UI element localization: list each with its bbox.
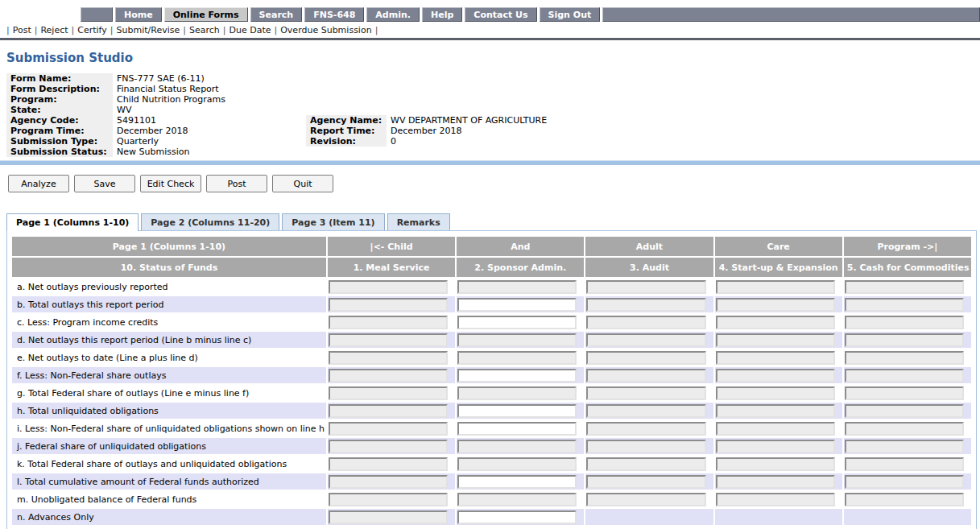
menu-item-search[interactable]: Search xyxy=(189,25,220,35)
menu-separator: | xyxy=(35,25,38,35)
cell-d1 xyxy=(328,332,455,348)
nav-item-search[interactable]: Search xyxy=(250,7,303,22)
cell-k2 xyxy=(457,456,584,472)
table-row-f: f. Less: Non-Federal share outlays xyxy=(12,367,971,383)
menu-item-overdue-submission[interactable]: Overdue Submission xyxy=(280,25,371,35)
header-cell-0-4: Care xyxy=(715,237,842,256)
cell-h2 xyxy=(457,403,584,419)
menu-item-due-date[interactable]: Due Date xyxy=(229,25,271,35)
input-j5 xyxy=(845,440,964,453)
cell-l2 xyxy=(457,473,584,490)
menu-separator: | xyxy=(183,25,186,35)
menu-item-post[interactable]: Post xyxy=(13,25,31,35)
input-f2[interactable] xyxy=(457,369,577,382)
table-row-k: k. Total Federal share of outlays and un… xyxy=(12,456,971,472)
info-row: Submission Status:New Submission xyxy=(6,147,551,157)
cell-k5 xyxy=(844,456,971,472)
cell-n2 xyxy=(457,509,584,525)
input-h1 xyxy=(329,404,448,418)
nav-item-admin[interactable]: Admin. xyxy=(366,7,420,22)
quit-button[interactable]: Quit xyxy=(272,175,333,192)
input-n2[interactable] xyxy=(457,510,577,524)
info-label xyxy=(306,147,387,157)
input-i2[interactable] xyxy=(457,422,577,436)
nav-item-online-forms[interactable]: Online Forms xyxy=(164,7,248,22)
cell-h4 xyxy=(715,403,842,419)
input-k5 xyxy=(845,457,964,471)
menu-item-reject[interactable]: Reject xyxy=(40,25,68,35)
edit-check-button[interactable]: Edit Check xyxy=(140,175,201,192)
cell-g4 xyxy=(715,385,842,401)
form-panel: Page 1 (Columns 1-10)|<- ChildAndAdultCa… xyxy=(6,230,977,529)
menu-item-submit-revise[interactable]: Submit/Revise xyxy=(117,25,180,35)
nav-item-sign-out[interactable]: Sign Out xyxy=(540,7,601,22)
input-c2[interactable] xyxy=(457,316,577,329)
info-table-body: Form Name:FNS-777 SAE (6-11)Form Descrip… xyxy=(6,73,551,157)
info-label: State: xyxy=(6,105,113,115)
cell-f5 xyxy=(844,367,971,383)
input-d1 xyxy=(329,333,448,347)
table-row-a: a. Net outlays previously reported xyxy=(12,279,971,295)
cell-h3 xyxy=(585,403,713,419)
info-value xyxy=(387,84,551,94)
cell-e5 xyxy=(844,349,971,366)
tab-remarks[interactable]: Remarks xyxy=(387,213,450,230)
info-value: Financial Status Report xyxy=(113,84,306,94)
info-label: Submission Type: xyxy=(6,136,113,147)
input-l1 xyxy=(329,475,448,489)
nav-item-fns-648[interactable]: FNS-648 xyxy=(304,7,364,22)
cell-m5 xyxy=(844,491,971,507)
nav-item-home[interactable]: Home xyxy=(115,7,162,22)
row-label-k: k. Total Federal share of outlays and un… xyxy=(12,456,326,472)
info-label: Agency Code: xyxy=(6,115,113,126)
cell-g2 xyxy=(457,385,584,401)
menu-separator: | xyxy=(110,25,114,35)
cell-d5 xyxy=(844,332,971,348)
info-row: Program:Child Nutrition Programs xyxy=(6,94,551,105)
table-row-e: e. Net outlays to date (Line a plus line… xyxy=(12,349,971,366)
input-h2[interactable] xyxy=(457,404,577,418)
post-button[interactable]: Post xyxy=(206,175,267,192)
cell-a2 xyxy=(457,279,584,295)
header-cell-0-3: Adult xyxy=(585,237,713,256)
cell-n3 xyxy=(585,509,713,525)
cell-h1 xyxy=(328,403,455,419)
row-label-b: b. Total outlays this report period xyxy=(12,296,326,312)
row-label-d: d. Net outlays this report period (Line … xyxy=(12,332,326,348)
input-c1 xyxy=(329,316,448,329)
submission-info: Form Name:FNS-777 SAE (6-11)Form Descrip… xyxy=(6,73,551,157)
table-row-d: d. Net outlays this report period (Line … xyxy=(12,332,971,348)
tab-page-1-columns-1-10[interactable]: Page 1 (Columns 1-10) xyxy=(6,213,139,231)
menu-item-certify[interactable]: Certify xyxy=(77,25,107,35)
info-label xyxy=(306,94,387,105)
info-label: Program: xyxy=(6,94,113,105)
save-button[interactable]: Save xyxy=(74,175,135,192)
input-i3 xyxy=(586,422,705,436)
menu-separator: | xyxy=(223,25,226,35)
input-g5 xyxy=(845,386,964,400)
input-g2 xyxy=(457,386,577,400)
cell-a3 xyxy=(585,279,713,295)
grid-body: a. Net outlays previously reportedb. Tot… xyxy=(12,279,971,525)
table-row-m: m. Unobligated balance of Federal funds xyxy=(12,491,971,507)
tab-page-3-item-11[interactable]: Page 3 (Item 11) xyxy=(282,213,384,230)
tab-page-2-columns-11-20[interactable]: Page 2 (Columns 11-20) xyxy=(141,213,279,230)
nav-item-help[interactable]: Help xyxy=(422,7,462,22)
input-a2 xyxy=(457,280,577,294)
input-g4 xyxy=(716,386,835,400)
cell-a4 xyxy=(715,279,842,295)
nav-item-contact-us[interactable]: Contact Us xyxy=(465,7,536,22)
input-m2 xyxy=(457,493,577,506)
nav-filler-left xyxy=(81,7,113,22)
input-b2[interactable] xyxy=(457,298,577,312)
nav-filler-right xyxy=(602,7,980,22)
info-value xyxy=(387,94,551,105)
input-d2 xyxy=(457,333,577,347)
analyze-button[interactable]: Analyze xyxy=(8,175,69,192)
menu-separator: | xyxy=(6,25,10,35)
input-l2[interactable] xyxy=(457,475,577,489)
section-divider-bar xyxy=(0,160,980,165)
input-b1 xyxy=(329,298,448,312)
cell-d3 xyxy=(585,332,713,348)
input-l4 xyxy=(716,475,835,489)
